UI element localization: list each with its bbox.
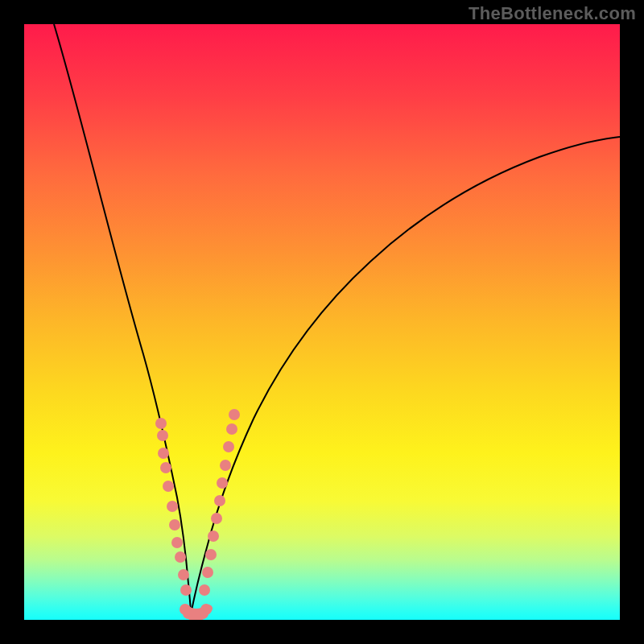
svg-point-9 xyxy=(178,569,189,580)
attribution-text: TheBottleneck.com xyxy=(469,3,636,24)
plot-area xyxy=(24,24,620,620)
scatter-bottom-dots xyxy=(180,604,212,620)
svg-point-14 xyxy=(208,530,219,542)
svg-point-0 xyxy=(155,418,167,429)
svg-point-12 xyxy=(202,567,213,578)
svg-point-17 xyxy=(217,477,228,489)
svg-point-10 xyxy=(180,584,192,596)
svg-point-16 xyxy=(214,495,225,506)
chart-svg xyxy=(24,24,620,620)
svg-point-21 xyxy=(229,409,240,420)
svg-point-8 xyxy=(175,551,186,563)
svg-point-19 xyxy=(223,441,234,452)
outer-frame: TheBottleneck.com xyxy=(0,0,644,644)
svg-point-18 xyxy=(220,460,231,471)
svg-point-1 xyxy=(157,430,168,441)
svg-point-28 xyxy=(200,604,212,615)
svg-point-3 xyxy=(160,462,171,473)
curve-right-branch xyxy=(191,137,620,614)
svg-point-4 xyxy=(163,481,174,492)
svg-point-13 xyxy=(205,549,217,560)
svg-point-6 xyxy=(169,519,180,530)
svg-point-15 xyxy=(211,513,222,524)
svg-point-2 xyxy=(158,448,169,459)
svg-point-20 xyxy=(226,423,237,435)
svg-point-7 xyxy=(171,537,183,548)
scatter-right-dots xyxy=(199,409,240,596)
scatter-left-dots xyxy=(155,418,192,596)
svg-point-11 xyxy=(199,584,210,596)
svg-point-5 xyxy=(167,501,178,512)
